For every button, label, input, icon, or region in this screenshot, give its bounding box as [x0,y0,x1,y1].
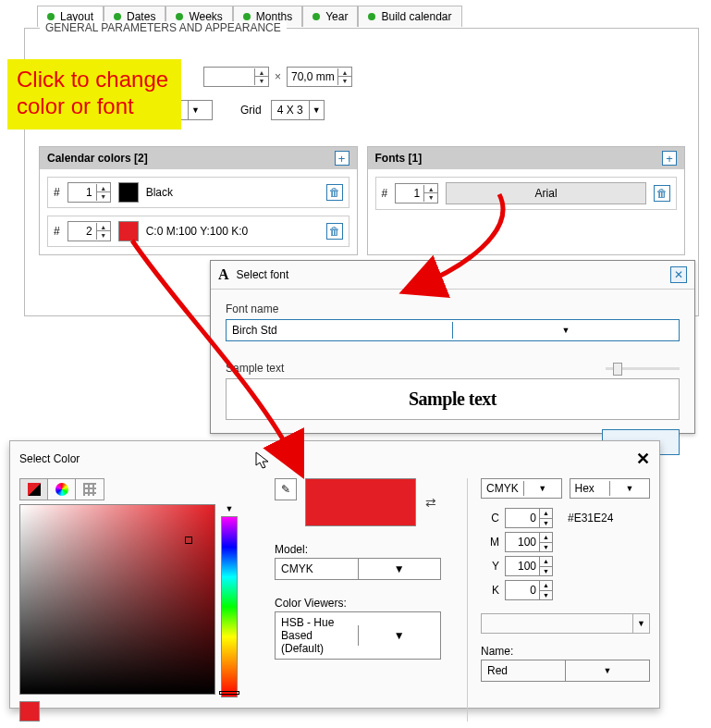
spin-up-icon[interactable]: ▲ [540,533,552,543]
dot-icon [313,13,320,20]
spin-down-icon[interactable]: ▼ [540,567,552,576]
mouse-cursor-icon [255,451,272,475]
trash-icon: 🗑 [329,186,340,199]
hue-slider[interactable] [221,516,238,697]
saturation-value-picker[interactable] [19,504,215,695]
hue-top-arrow-icon: ▼ [226,504,234,513]
chevron-down-icon: ▼ [632,614,649,633]
width-spinner[interactable]: ▲▼ [203,67,269,87]
calendar-colors-panel: Calendar colors [2] + # ▲▼ Black 🗑 # ▲▼ … [39,146,358,255]
size-slider[interactable] [606,362,680,375]
c-field[interactable] [506,509,539,527]
index-input[interactable] [68,222,96,241]
viewer-value: HSB - Hue Based (Default) [276,612,358,659]
current-color-swatch [19,701,40,722]
delete-button[interactable]: 🗑 [326,223,343,240]
swap-button[interactable]: ⇄ [425,495,436,510]
close-button[interactable]: ✕ [636,449,650,469]
tab-label: Build calendar [381,10,451,23]
trash-icon: 🗑 [329,225,340,238]
viewers-label: Color Viewers: [275,597,452,610]
spin-up-icon[interactable]: ▲ [424,185,437,193]
index-spinner[interactable]: ▲▼ [395,183,438,204]
font-name-select[interactable]: Birch Std ▼ [226,319,680,341]
font-name-label: Font name [226,302,680,315]
callout-line: color or font [17,93,134,118]
tab-year[interactable]: Year [302,6,358,27]
k-field[interactable] [506,581,539,599]
spin-down-icon[interactable]: ▼ [255,77,268,85]
spot-color-select[interactable]: ▼ [481,613,650,634]
spin-up-icon[interactable]: ▲ [97,184,110,192]
spin-down-icon[interactable]: ▼ [540,543,552,552]
fonts-panel: Fonts [1] + # ▲▼ Arial 🗑 [367,146,686,255]
hash-label: # [382,187,388,200]
spin-down-icon[interactable]: ▼ [97,231,110,240]
select-font-dialog: A Select font ✕ Font name Birch Std ▼ Sa… [210,260,695,434]
spin-up-icon[interactable]: ▲ [255,68,268,77]
chevron-down-icon: ▼ [358,625,441,646]
slider-thumb[interactable] [613,363,622,376]
height-spinner[interactable]: ▲▼ [287,67,352,87]
tab-label: Year [325,10,348,23]
color-name: Black [146,186,173,199]
y-input[interactable]: ▲▼ [505,556,553,576]
spin-down-icon[interactable]: ▼ [97,192,110,201]
color-swatch[interactable] [118,182,139,203]
index-spinner[interactable]: ▲▼ [67,182,111,203]
colormode-left-select[interactable]: CMYK▼ [481,478,562,499]
model-select[interactable]: CMYK▼ [275,558,441,580]
close-button[interactable]: ✕ [670,266,687,283]
k-input[interactable]: ▲▼ [505,580,553,600]
width-input[interactable] [204,68,254,86]
sv-cursor[interactable] [185,537,192,544]
picker-tab-wheel[interactable] [48,479,76,500]
spin-up-icon[interactable]: ▲ [540,581,552,591]
index-input[interactable] [396,184,423,203]
y-label: Y [481,560,499,573]
tab-build[interactable]: Build calendar [358,6,461,27]
m-field[interactable] [506,533,539,551]
font-button[interactable]: Arial [446,182,646,204]
color-swatch[interactable] [118,221,139,241]
c-label: C [481,512,499,524]
hue-thumb[interactable] [219,691,239,695]
y-field[interactable] [506,557,539,575]
add-color-button[interactable]: + [335,151,349,166]
chevron-down-icon: ▼ [358,559,441,579]
eyedropper-button[interactable]: ✎ [275,478,297,500]
add-font-button[interactable]: + [662,151,677,166]
delete-button[interactable]: 🗑 [654,185,670,202]
select-color-dialog: Select Color ✕ ▼ ✎ ⇄ [9,440,660,709]
index-input[interactable] [68,183,96,202]
hash-label: # [54,225,60,238]
annotation-callout: Click to change color or font [7,59,181,130]
sample-preview: Sample text [226,378,680,420]
picker-tab-palette[interactable] [76,479,104,500]
spin-up-icon[interactable]: ▲ [338,68,351,77]
viewer-select[interactable]: HSB - Hue Based (Default)▼ [275,611,441,660]
spin-up-icon[interactable]: ▲ [540,557,552,567]
chevron-down-icon: ▼ [523,481,561,496]
grid-select[interactable]: 4 X 3▼ [271,100,325,120]
spin-down-icon[interactable]: ▼ [540,591,552,600]
height-input[interactable] [288,68,337,86]
m-label: M [481,536,499,549]
chevron-down-icon: ▼ [609,481,649,496]
dot-icon [176,13,183,20]
colormode-right-select[interactable]: Hex▼ [570,478,651,499]
spin-up-icon[interactable]: ▲ [540,509,552,519]
picker-tab-swatch[interactable] [20,479,48,500]
spin-down-icon[interactable]: ▼ [338,77,351,85]
dialog-title: Select font [237,268,289,281]
m-input[interactable]: ▲▼ [505,532,553,552]
index-spinner[interactable]: ▲▼ [67,221,111,241]
spin-down-icon[interactable]: ▼ [424,193,437,202]
delete-button[interactable]: 🗑 [326,184,343,201]
spin-up-icon[interactable]: ▲ [97,223,110,231]
dot-icon [114,13,121,20]
spin-down-icon[interactable]: ▼ [540,519,552,528]
c-input[interactable]: ▲▼ [505,508,553,528]
panel-title: Calendar colors [2] [47,152,148,165]
color-name-select[interactable]: Red▼ [481,660,650,682]
